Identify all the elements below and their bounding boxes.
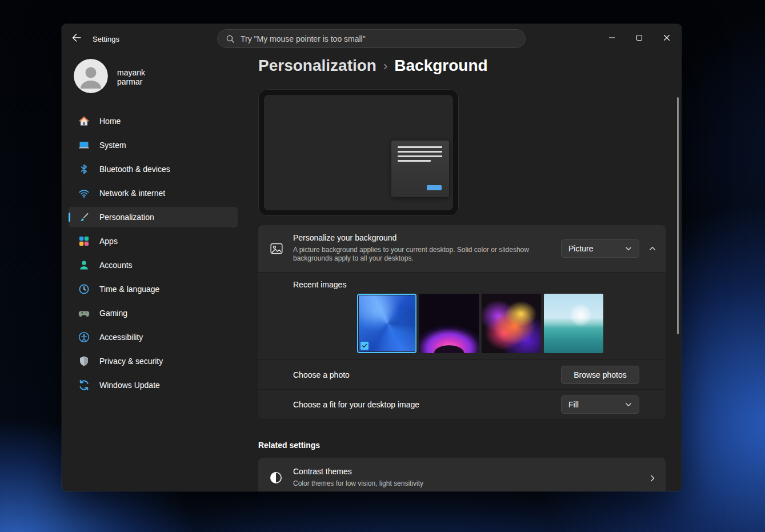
maximize-icon: [636, 34, 643, 43]
time-icon: [78, 283, 90, 295]
sidebar-item-label: Network & internet: [99, 189, 165, 198]
sidebar-item-label: Privacy & security: [99, 357, 163, 366]
sidebar-item-label: Apps: [99, 237, 118, 246]
picture-icon: [270, 242, 283, 255]
preview-text-line: [398, 151, 442, 153]
sidebar-item-privacy-security[interactable]: Privacy & security: [69, 351, 238, 371]
page-title: Background: [394, 57, 487, 75]
dropdown-value: Fill: [568, 400, 579, 409]
sidebar-item-label: System: [99, 141, 126, 150]
sidebar-item-network-internet[interactable]: Network & internet: [69, 183, 238, 203]
sidebar-item-label: Accounts: [99, 261, 133, 270]
gaming-icon: [78, 307, 90, 319]
maximize-button[interactable]: [632, 33, 646, 44]
background-preview-monitor: [258, 89, 459, 216]
preview-text-line: [398, 146, 442, 148]
app-title: Settings: [93, 35, 119, 43]
sidebar-item-home[interactable]: Home: [69, 111, 238, 131]
search-input[interactable]: [241, 34, 517, 43]
related-settings-heading: Related settings: [258, 441, 320, 450]
thumbnail-dark-pink-glow[interactable]: [419, 294, 479, 353]
choose-fit-label: Choose a fit for your desktop image: [293, 400, 419, 409]
sidebar-item-gaming[interactable]: Gaming: [69, 303, 238, 323]
search-icon: [226, 34, 235, 43]
chevron-up-icon[interactable]: [648, 244, 657, 253]
breadcrumb-parent[interactable]: Personalization: [258, 57, 377, 75]
sidebar-item-label: Time & language: [99, 285, 159, 294]
choose-photo-row: Choose a photo Browse photos: [258, 359, 666, 389]
close-icon: [663, 34, 670, 43]
contrast-themes-card[interactable]: Contrast themes Color themes for low vis…: [258, 458, 666, 491]
avatar: [74, 59, 108, 93]
personalization-icon: [78, 211, 90, 223]
sidebar-item-label: Gaming: [99, 309, 127, 318]
recent-images-row: [357, 294, 603, 353]
thumbnail-windows-bloom-blue[interactable]: [357, 294, 416, 353]
chevron-down-icon: [625, 401, 632, 408]
sidebar-item-label: Bluetooth & devices: [99, 165, 170, 174]
setting-description: A picture background applies to your cur…: [293, 246, 555, 263]
contrast-icon: [270, 471, 282, 484]
breadcrumb-separator-icon: ›: [383, 58, 387, 74]
minimize-icon: [608, 34, 615, 43]
recent-images-section: Recent images: [258, 272, 666, 359]
user-name: mayank parmar: [117, 68, 145, 86]
apps-icon: [78, 235, 90, 247]
recent-images-label: Recent images: [293, 280, 346, 289]
background-type-dropdown[interactable]: Picture: [561, 239, 639, 258]
preview-text-line: [398, 155, 442, 157]
selected-check-icon: [361, 342, 369, 350]
thumbnail-image: [544, 294, 603, 353]
sidebar-item-time-language[interactable]: Time & language: [69, 279, 238, 299]
preview-sample-window: [391, 141, 449, 197]
preview-text-line: [398, 160, 431, 162]
sidebar-item-label: Personalization: [99, 213, 154, 222]
sidebar-item-personalization[interactable]: Personalization: [69, 207, 238, 227]
contrast-themes-description: Color themes for low vision, light sensi…: [293, 479, 423, 487]
sidebar-item-windows-update[interactable]: Windows Update: [69, 375, 238, 395]
thumbnail-sea-horizon-sun[interactable]: [544, 294, 603, 353]
setting-title: Personalize your background: [293, 233, 396, 242]
privacy-icon: [78, 355, 90, 367]
background-settings-group: Personalize your background A picture ba…: [258, 225, 666, 419]
home-icon: [78, 115, 90, 127]
fit-dropdown[interactable]: Fill: [561, 395, 639, 414]
preview-accent-button: [427, 185, 442, 190]
thumbnail-image: [419, 294, 479, 353]
sidebar-item-accounts[interactable]: Accounts: [69, 255, 238, 275]
network-icon: [78, 187, 90, 199]
back-arrow-icon: [72, 33, 81, 44]
browse-photos-button[interactable]: Browse photos: [561, 366, 639, 384]
update-icon: [78, 379, 90, 391]
sidebar-item-bluetooth-devices[interactable]: Bluetooth & devices: [69, 159, 238, 179]
thumbnail-colorful-abstract-ribbon[interactable]: [482, 294, 541, 353]
sidebar-item-system[interactable]: System: [69, 135, 238, 155]
personalize-background-expander[interactable]: Personalize your background A picture ba…: [258, 225, 666, 272]
sidebar-item-apps[interactable]: Apps: [69, 231, 238, 251]
choose-fit-row: Choose a fit for your desktop image Fill: [258, 389, 666, 419]
window-controls: [605, 33, 674, 44]
chevron-down-icon: [625, 245, 632, 252]
breadcrumb: Personalization › Background: [258, 57, 488, 75]
desktop-wallpaper: Settings: [0, 0, 765, 532]
close-button[interactable]: [660, 33, 674, 44]
sidebar-item-label: Accessibility: [99, 333, 143, 342]
minimize-button[interactable]: [605, 33, 619, 44]
sidebar-item-accessibility[interactable]: Accessibility: [69, 327, 238, 347]
accounts-icon: [78, 259, 90, 271]
search-box[interactable]: [217, 29, 526, 48]
preview-screen: [264, 95, 453, 210]
sidebar-item-label: Home: [99, 117, 121, 126]
bluetooth-icon: [78, 163, 90, 175]
sidebar-item-label: Windows Update: [99, 381, 160, 390]
settings-window: Settings: [62, 24, 682, 491]
dropdown-value: Picture: [568, 244, 594, 253]
chevron-right-icon: [648, 474, 656, 485]
choose-photo-label: Choose a photo: [293, 370, 350, 379]
accessibility-icon: [78, 331, 90, 343]
back-button[interactable]: [69, 30, 85, 46]
sidebar-nav: Home System Bluetooth & devices Network …: [69, 111, 238, 399]
vertical-scrollbar[interactable]: [677, 97, 679, 334]
system-icon: [78, 139, 90, 151]
thumbnail-image: [482, 294, 541, 353]
